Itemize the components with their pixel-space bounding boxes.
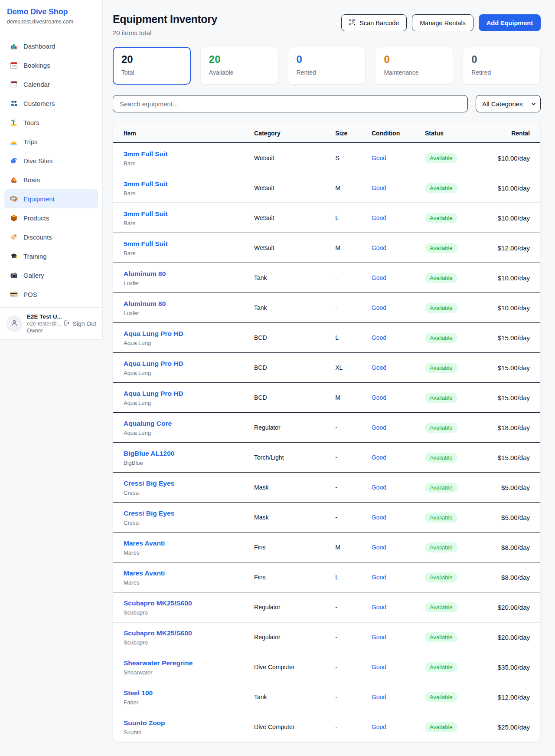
table-row: Suunto Zoop Suunto Dive Computer - Good … xyxy=(113,712,540,742)
sidebar-item-trips[interactable]: Trips xyxy=(4,132,98,151)
item-name-link[interactable]: BigBlue AL1200 xyxy=(124,449,254,458)
item-condition-link[interactable]: Good xyxy=(372,723,386,730)
sidebar-item-dive-sites[interactable]: Dive Sites xyxy=(4,151,98,170)
sidebar: Demo Dive Shop demo.test.divestreams.com… xyxy=(0,0,103,340)
item-condition-link[interactable]: Good xyxy=(372,604,386,611)
sidebar-item-pos[interactable]: POS xyxy=(4,285,98,304)
search-input[interactable] xyxy=(113,95,468,112)
item-condition-link[interactable]: Good xyxy=(372,634,386,641)
item-name-link[interactable]: 3mm Full Suit xyxy=(124,179,254,188)
item-size: XL xyxy=(335,353,372,383)
item-name-link[interactable]: Scubapro MK25/S600 xyxy=(124,598,254,608)
item-size: L xyxy=(335,323,372,353)
item-condition-link[interactable]: Good xyxy=(372,364,386,371)
item-condition-link[interactable]: Good xyxy=(372,514,386,521)
item-size: - xyxy=(335,682,372,712)
status-badge: Available xyxy=(425,363,457,373)
item-condition-link[interactable]: Good xyxy=(372,394,386,401)
brand-block: Demo Dive Shop demo.test.divestreams.com xyxy=(0,0,102,31)
sidebar-item-dashboard[interactable]: Dashboard xyxy=(4,36,98,56)
scan-barcode-button[interactable]: Scan Barcode xyxy=(341,14,407,31)
item-size: - xyxy=(335,413,372,443)
item-name-link[interactable]: Aqua Lung Pro HD xyxy=(124,329,254,338)
item-name-link[interactable]: Aluminum 80 xyxy=(124,299,254,308)
item-category: BCD xyxy=(254,353,335,383)
sidebar-item-boats[interactable]: Boats xyxy=(4,170,98,189)
sidebar-item-calendar[interactable]: Calendar xyxy=(4,75,98,94)
item-brand: Luxfer xyxy=(124,310,254,316)
item-name-link[interactable]: Shearwater Peregrine xyxy=(124,658,254,667)
stat-value: 0 xyxy=(297,54,357,65)
sidebar-item-equipment[interactable]: Equipment xyxy=(4,189,98,208)
sidebar-item-products[interactable]: Products xyxy=(4,208,98,227)
item-name-link[interactable]: 5mm Full Suit xyxy=(124,239,254,248)
item-condition-link[interactable]: Good xyxy=(372,664,386,671)
category-select[interactable]: All Categories xyxy=(476,95,541,112)
item-size: - xyxy=(335,652,372,682)
item-brand: Bare xyxy=(124,190,254,197)
item-name-link[interactable]: Cressi Big Eyes xyxy=(124,509,254,518)
item-name-link[interactable]: Cressi Big Eyes xyxy=(124,479,254,488)
brand-name[interactable]: Demo Dive Shop xyxy=(7,7,95,16)
sidebar-item-label: Boats xyxy=(23,176,40,184)
sidebar-item-customers[interactable]: Customers xyxy=(4,94,98,113)
item-condition-link[interactable]: Good xyxy=(372,334,386,341)
header-actions: Scan Barcode Manage Rentals Add Equipmen… xyxy=(341,14,541,31)
stat-card-maintenance[interactable]: 0 Maintenance xyxy=(375,47,453,85)
main-content: Equipment Inventory 20 items total Scan … xyxy=(103,0,555,742)
stat-card-available[interactable]: 20 Available xyxy=(200,47,278,85)
sign-out-button[interactable]: Sign Out xyxy=(64,320,96,328)
manage-rentals-button[interactable]: Manage Rentals xyxy=(412,14,473,31)
item-condition-link[interactable]: Good xyxy=(372,424,386,431)
stat-card-retired[interactable]: 0 Retired xyxy=(463,47,541,85)
stat-card-total[interactable]: 20 Total xyxy=(113,47,191,85)
item-size: M xyxy=(335,383,372,413)
item-rental-rate: $5.00/day xyxy=(493,503,540,532)
sidebar-item-label: Dashboard xyxy=(23,43,55,50)
item-name-link[interactable]: Aqua Lung Pro HD xyxy=(124,389,254,398)
item-name-link[interactable]: Aqualung Core xyxy=(124,419,254,428)
item-name-link[interactable]: Aluminum 80 xyxy=(124,269,254,278)
item-condition-link[interactable]: Good xyxy=(372,154,386,161)
sidebar-item-tours[interactable]: Tours xyxy=(4,113,98,132)
item-size: M xyxy=(335,233,372,263)
item-condition-link[interactable]: Good xyxy=(372,574,386,581)
item-name-link[interactable]: 3mm Full Suit xyxy=(124,149,254,158)
item-name-link[interactable]: Scubapro MK25/S600 xyxy=(124,628,254,638)
sidebar-item-gallery[interactable]: Gallery xyxy=(4,266,98,285)
add-equipment-button[interactable]: Add Equipment xyxy=(479,14,541,31)
user-name: E2E Test U... xyxy=(27,313,59,320)
item-rental-rate: $12.00/day xyxy=(493,233,540,263)
item-name-link[interactable]: Mares Avanti xyxy=(124,569,254,578)
column-header-size: Size xyxy=(335,123,372,143)
item-name-link[interactable]: Mares Avanti xyxy=(124,539,254,548)
item-name-link[interactable]: Steel 100 xyxy=(124,688,254,697)
item-name-link[interactable]: Suunto Zoop xyxy=(124,718,254,727)
sidebar-item-training[interactable]: Training xyxy=(4,247,98,266)
item-condition-link[interactable]: Good xyxy=(372,544,386,551)
item-condition-link[interactable]: Good xyxy=(372,484,386,491)
item-rental-rate: $15.00/day xyxy=(493,353,540,383)
sidebar-item-bookings[interactable]: 17 Bookings xyxy=(4,56,98,75)
table-head: Item Category Size Condition Status Rent… xyxy=(113,123,540,143)
dive-mask-icon xyxy=(10,195,18,203)
sidebar-nav: Dashboard 17 Bookings Calendar Customers… xyxy=(0,31,102,307)
sidebar-item-discounts[interactable]: Discounts xyxy=(4,227,98,247)
sign-out-icon xyxy=(64,320,70,328)
sidebar-item-label: Trips xyxy=(23,138,38,145)
item-category: Wetsuit xyxy=(254,203,335,233)
item-condition-link[interactable]: Good xyxy=(372,694,386,700)
item-condition-link[interactable]: Good xyxy=(372,184,386,191)
items-total-count: 20 items total xyxy=(113,29,217,36)
item-rental-rate: $10.00/day xyxy=(493,293,540,323)
box-icon xyxy=(10,214,18,222)
item-condition-link[interactable]: Good xyxy=(372,304,386,311)
item-condition-link[interactable]: Good xyxy=(372,274,386,281)
stat-card-rented[interactable]: 0 Rented xyxy=(288,47,366,85)
item-condition-link[interactable]: Good xyxy=(372,454,386,461)
item-condition-link[interactable]: Good xyxy=(372,214,386,221)
item-name-link[interactable]: 3mm Full Suit xyxy=(124,209,254,218)
item-condition-link[interactable]: Good xyxy=(372,244,386,251)
item-name-link[interactable]: Aqua Lung Pro HD xyxy=(124,359,254,368)
item-size: - xyxy=(335,263,372,293)
